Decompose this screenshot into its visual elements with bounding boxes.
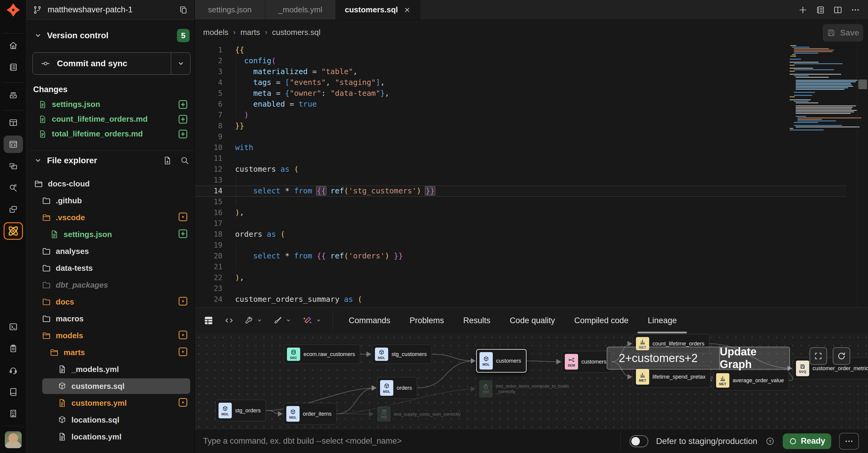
scrollbar-thumb[interactable] [858,79,867,89]
code-line[interactable]: 6 enabled = true [195,99,857,110]
rail-item-insights-search[interactable] [4,179,23,196]
lineage-selector-input[interactable]: 2+customers+2 [607,347,719,369]
notebook-panel-icon[interactable] [815,5,825,15]
new-tab-icon[interactable] [798,5,808,15]
changed-file-row[interactable]: settings.json [27,97,194,112]
editor-tab-customers-sql[interactable]: customers.sql [336,0,421,20]
tree-item--vscode[interactable]: .vscode [27,209,194,226]
breadcrumb-item[interactable]: customers.sql [272,28,320,37]
rail-item-organization[interactable] [4,405,23,422]
rail-item-windows[interactable] [4,201,23,218]
code-line[interactable]: 19 [195,240,857,251]
code-line[interactable]: 2 config( [195,56,857,66]
editor-scrollbar[interactable] [857,20,868,307]
defer-toggle[interactable] [629,435,648,447]
rail-item-dashboard-grid[interactable] [4,114,23,131]
stage-file-icon[interactable] [178,228,188,240]
version-control-header[interactable]: Version control 5 [27,28,194,43]
file-explorer-header[interactable]: File explorer [27,151,194,170]
update-graph-button[interactable]: Update Graph [719,347,789,369]
format-brush-icon[interactable] [273,316,283,325]
commit-and-sync-button[interactable]: Commit and sync [33,53,190,75]
tree-item-models[interactable]: models [27,327,194,344]
close-tab-icon[interactable] [403,6,411,14]
lineage-node-customer_order_metrics[interactable]: SVQ customer_order_metrics [793,358,868,379]
code-line[interactable]: 16 ), [195,207,857,218]
tree-item-macros[interactable]: macros [27,310,194,327]
lineage-node-customers[interactable]: MDL customers [476,349,527,373]
search-icon[interactable] [180,156,190,165]
code-line[interactable]: 1 {{ [195,44,857,56]
tree-item-docs-cloud[interactable]: docs-cloud [27,175,194,192]
panel-tab-commands[interactable]: Commands [349,308,390,333]
tree-item-locations-sql[interactable]: locations.sql [27,412,194,428]
panel-tab-problems[interactable]: Problems [410,308,444,333]
command-input[interactable]: Type a command, ex. dbt build --select <… [203,436,620,446]
panel-tab-code-quality[interactable]: Code quality [510,308,555,333]
rail-item-inbox[interactable] [4,86,23,104]
changed-file-row[interactable]: count_lifetime_orders.md [27,112,194,127]
rail-item-terminal[interactable] [4,318,23,335]
tree-item-analyses[interactable]: analyses [27,243,194,260]
tree-item-customers-sql[interactable]: customers.sql [27,378,194,395]
lineage-canvas[interactable]: SRC ecom.raw_customers MDL stg_customers… [195,333,868,429]
stage-file-icon[interactable] [178,129,188,139]
code-area[interactable]: 1 {{ 2 config( 3 materialized = "table",… [195,44,857,307]
editor-tab--models-yml[interactable]: _models.yml [265,0,336,20]
tree-item--github[interactable]: .github [27,192,194,209]
code-line[interactable]: 13 [195,175,857,186]
rail-item-dbt-copilot-atom[interactable] [4,222,23,240]
lineage-node-customers_sem[interactable]: SEM customers [562,351,612,373]
lineage-node-raw_customers[interactable]: SRC ecom.raw_customers [284,345,360,364]
panel-tab-compiled-code[interactable]: Compiled code [574,308,628,333]
panel-tab-lineage[interactable]: Lineage [648,308,677,333]
tree-item-data-tests[interactable]: data-tests [27,260,194,277]
code-line[interactable]: 4 tags = ["events", "staging"], [195,77,857,88]
copilot-magic-icon[interactable] [302,315,313,326]
lineage-node-avg_order[interactable]: MET average_order_value [713,370,789,391]
new-file-icon[interactable] [162,156,172,165]
editor-tab-settings-json[interactable]: settings.json [195,0,265,20]
preview-table-icon[interactable] [203,315,214,326]
rail-item-support-headset[interactable] [4,361,23,379]
command-bar-menu-button[interactable] [839,433,859,450]
code-line[interactable]: 21 [195,261,857,272]
lineage-node-test_supply[interactable]: TST test_supply_costs_sum_correctly [374,403,445,425]
status-badge[interactable]: Ready [783,433,831,449]
copy-icon[interactable] [179,5,188,15]
breadcrumb-item[interactable]: models [203,28,228,37]
code-line[interactable]: 20 select * from {{ ref('orders') }} [195,251,857,261]
stage-file-icon[interactable] [178,114,188,125]
help-icon[interactable]: ? [765,436,775,446]
fullscreen-button[interactable] [809,347,827,365]
code-line[interactable]: 8 }} [195,121,857,131]
tree-item-dbt-packages[interactable]: dbt_packages [27,277,194,293]
tree-item-locations-yml[interactable]: locations.yml [27,428,194,445]
dbt-logo-icon[interactable] [0,0,27,20]
commit-dropdown-button[interactable] [171,53,190,74]
code-line[interactable]: 18 orders as ( [195,229,857,240]
code-line[interactable]: 12 customers as ( [195,164,857,175]
build-wrench-icon[interactable] [244,316,254,325]
code-line[interactable]: 14 select * from {{ ref('stg_customers')… [195,186,857,196]
code-line[interactable]: 24 customer_orders_summary as ( [195,294,857,305]
tree-item-settings-json[interactable]: settings.json [27,226,194,243]
code-line[interactable]: 17 [195,218,857,229]
lineage-node-stg_customers[interactable]: MDL stg_customers [372,345,432,364]
rail-item-notebook[interactable] [4,58,23,76]
changed-file-row[interactable]: total_lifetime_orders.md [27,127,194,141]
compile-code-icon[interactable] [224,316,234,325]
more-actions-icon[interactable] [850,5,860,15]
user-avatar[interactable] [5,431,22,448]
tree-item--models-yml[interactable]: _models.yml [27,361,194,378]
rail-item-selection[interactable] [4,157,23,175]
code-line[interactable]: 7 ) [195,110,857,121]
rail-item-docs-book[interactable] [4,383,23,400]
split-editor-icon[interactable] [833,5,843,15]
rail-item-clipboard[interactable] [4,340,23,357]
code-line[interactable]: 3 materialized = "table", [195,66,857,77]
code-line[interactable]: 22 ), [195,272,857,283]
tree-item-customers-yml[interactable]: customers.yml [27,395,194,412]
branch-selector[interactable]: matthewshaver-patch-1 [27,0,194,20]
breadcrumb-item[interactable]: marts [241,28,260,37]
